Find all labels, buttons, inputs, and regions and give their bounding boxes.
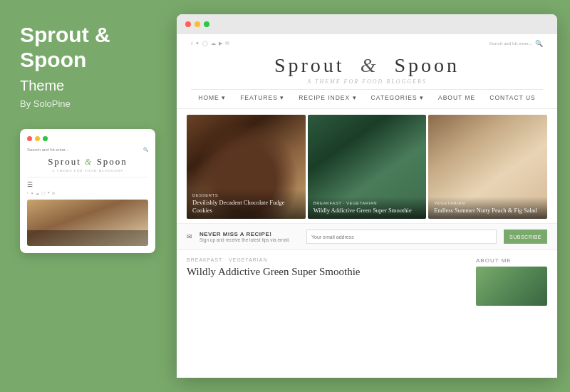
site-header: f ✦ ◯ ☁ ▶ ✉ Search and hit enter... 🔍 Sp…	[177, 34, 557, 109]
featured-item-salad[interactable]: VEGETARIAN Endless Summer Nutty Peach & …	[428, 115, 547, 219]
social-icon-ig: ◯	[202, 41, 208, 46]
mobile-social-row: f✦☁◯♥✉	[27, 191, 148, 195]
salad-title: Endless Summer Nutty Peach & Fig Salad	[434, 207, 542, 215]
theme-subtitle: Theme	[20, 78, 157, 94]
mobile-header: Search and hit enter... 🔍	[27, 147, 148, 152]
salad-category: VEGETARIAN	[434, 201, 542, 205]
browser-content: f ✦ ◯ ☁ ▶ ✉ Search and hit enter... 🔍 Sp…	[177, 34, 557, 378]
nav-home[interactable]: HOME ▾	[198, 94, 226, 101]
browser-window: f ✦ ◯ ☁ ▶ ✉ Search and hit enter... 🔍 Sp…	[177, 14, 557, 378]
subscribe-button[interactable]: SUBSCRIBE	[504, 229, 547, 244]
post-meta: BREAKFAST · VEGETARIAN	[187, 257, 466, 262]
featured-grid: DESSERTS Devilishly Decadent Chocolate F…	[177, 109, 557, 223]
browser-dot-red	[185, 21, 191, 27]
about-me-image	[476, 267, 547, 306]
subscribe-text: NEVER MISS A RECIPE! Sign up and receive…	[200, 231, 299, 242]
site-logo-tagline: A THEME FOR FOOD BLOGGERS	[191, 78, 543, 85]
subscribe-section: ✉ NEVER MISS A RECIPE! Sign up and recei…	[177, 223, 557, 250]
cookies-category: DESSERTS	[192, 193, 300, 197]
mobile-food-image	[27, 200, 148, 246]
nav-categories[interactable]: CATEGORIES ▾	[371, 94, 424, 101]
left-panel: Sprout &Spoon Theme By SoloPine Search a…	[0, 0, 177, 392]
search-icon[interactable]: 🔍	[535, 40, 543, 47]
about-me-label: ABOUT ME	[476, 257, 547, 264]
featured-item-cookies[interactable]: DESSERTS Devilishly Decadent Chocolate F…	[187, 115, 306, 219]
site-logo-text: Sprout & Spoon	[191, 54, 543, 77]
bottom-post-area: BREAKFAST · VEGETARIAN Wildly Addictive …	[187, 257, 466, 306]
browser-dot-green	[204, 21, 209, 27]
mobile-dot-green	[43, 136, 48, 141]
mobile-tagline: A THEME FOR FOOD BLOGGERS	[27, 169, 148, 172]
site-nav: HOME ▾ FEATURES ▾ RECIPE INDEX ▾ CATEGOR…	[191, 89, 543, 105]
social-icons-top: f ✦ ◯ ☁ ▶ ✉	[191, 41, 229, 46]
cookies-overlay: DESSERTS Devilishly Decadent Chocolate F…	[187, 189, 306, 219]
social-icon-em: ✉	[225, 41, 229, 46]
mobile-menu-icon: ☰	[27, 181, 148, 188]
subscribe-desc: Sign up and receive the latest tips via …	[200, 237, 299, 242]
mobile-logo-text: Sprout & Spoon	[48, 156, 128, 167]
search-placeholder-text: Search and hit enter...	[489, 41, 532, 46]
subscribe-title: NEVER MISS A RECIPE!	[200, 231, 299, 237]
site-top-bar: f ✦ ◯ ☁ ▶ ✉ Search and hit enter... 🔍	[191, 40, 543, 47]
nav-contact-us[interactable]: CONTACT US	[489, 94, 535, 101]
browser-dot-yellow	[195, 21, 200, 27]
nav-about-me[interactable]: ABOUT ME	[438, 94, 475, 101]
mobile-dot-yellow	[35, 136, 40, 141]
by-line: By SoloPine	[20, 98, 157, 109]
mobile-window-dots	[27, 136, 148, 141]
search-bar-top[interactable]: Search and hit enter... 🔍	[489, 40, 543, 47]
social-icon-tw: ✦	[195, 41, 200, 46]
social-icon-pi: ☁	[211, 41, 216, 46]
social-icon-yt: ▶	[219, 41, 222, 46]
mobile-preview: Search and hit enter... 🔍 Sprout & Spoon…	[20, 129, 155, 253]
social-icon-fb: f	[191, 41, 192, 46]
mobile-search-text: Search and hit enter...	[27, 148, 69, 152]
cookies-title: Devilishly Decadent Chocolate Fudge Cook…	[192, 199, 300, 215]
mobile-divider	[27, 177, 148, 177]
nav-recipe-index[interactable]: RECIPE INDEX ▾	[299, 94, 356, 101]
salad-overlay: VEGETARIAN Endless Summer Nutty Peach & …	[428, 197, 547, 219]
mobile-search-icon: 🔍	[143, 147, 148, 152]
featured-item-smoothie[interactable]: BREAKFAST · VEGETARIAN Wildly Addictive …	[308, 115, 427, 219]
post-title[interactable]: Wildly Addictive Green Super Smoothie	[187, 265, 466, 279]
site-logo-area: Sprout & Spoon A THEME FOR FOOD BLOGGERS	[191, 51, 543, 89]
about-me-area: ABOUT ME	[476, 257, 547, 306]
bottom-content: BREAKFAST · VEGETARIAN Wildly Addictive …	[177, 250, 557, 313]
envelope-icon: ✉	[187, 233, 192, 240]
subscribe-email-input[interactable]	[306, 229, 497, 244]
nav-features[interactable]: FEATURES ▾	[240, 94, 284, 101]
smoothie-overlay: BREAKFAST · VEGETARIAN Wildly Addictive …	[308, 197, 427, 219]
theme-title: Sprout &Spoon	[20, 23, 157, 72]
browser-chrome	[177, 14, 557, 34]
mobile-dot-red	[27, 136, 32, 141]
smoothie-title: Wildly Addictive Green Super Smoothie	[314, 207, 421, 215]
mobile-logo: Sprout & Spoon A THEME FOR FOOD BLOGGERS	[27, 155, 148, 172]
smoothie-category: BREAKFAST · VEGETARIAN	[314, 201, 421, 205]
